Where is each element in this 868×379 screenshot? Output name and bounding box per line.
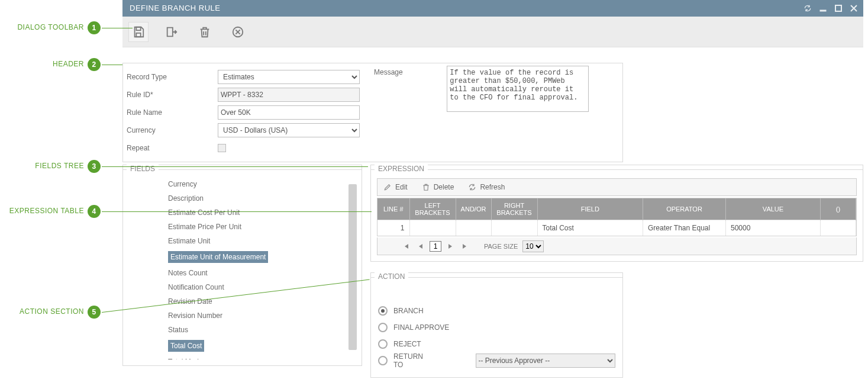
- rule-id-label: Rule ID*: [123, 91, 218, 99]
- col-operator: OPERATOR: [643, 198, 726, 220]
- page-size-select[interactable]: 10: [522, 240, 544, 252]
- currency-select[interactable]: USD - Dollars (USA): [218, 123, 360, 137]
- list-item[interactable]: Total Markup: [129, 355, 350, 359]
- list-item[interactable]: Status: [129, 323, 350, 337]
- expression-section: EXPRESSION Edit Delete Refresh LINE # LE…: [370, 165, 863, 262]
- label-reject: REJECT: [393, 340, 421, 348]
- list-item[interactable]: Total Cost: [129, 337, 350, 355]
- annotation-4: EXPRESSION TABLE4: [0, 205, 101, 218]
- col-lbr: LEFT BRACKETS: [409, 198, 456, 220]
- list-item[interactable]: Revision Date: [129, 294, 350, 309]
- header-panel: Record Type Estimates Rule ID* Rule Name…: [122, 63, 623, 162]
- currency-label: Currency: [123, 126, 218, 134]
- record-type-label: Record Type: [123, 73, 218, 81]
- refresh-button[interactable]: Refresh: [468, 183, 505, 191]
- dialog-titlebar: DEFINE BRANCH RULE: [122, 0, 863, 17]
- edit-button[interactable]: Edit: [383, 183, 408, 191]
- edit-label: Edit: [395, 183, 408, 191]
- table-row[interactable]: 1Total CostGreater Than Equal50000: [377, 220, 856, 236]
- rule-name-input[interactable]: [218, 105, 360, 120]
- message-textarea[interactable]: If the value of the record is greater th…: [447, 66, 589, 112]
- pager-page-input[interactable]: [430, 241, 441, 252]
- radio-reject[interactable]: [378, 339, 388, 349]
- svg-rect-0: [820, 10, 826, 11]
- expression-table: LINE # LEFT BRACKETS AND/OR RIGHT BRACKE…: [377, 198, 857, 236]
- dialog-title: DEFINE BRANCH RULE: [130, 4, 220, 12]
- message-label: Message: [374, 68, 445, 76]
- annotation-1: DIALOG TOOLBAR1: [0, 21, 101, 34]
- annotation-5: ACTION SECTION5: [0, 306, 101, 319]
- radio-final-approve[interactable]: [378, 323, 388, 332]
- list-item[interactable]: Estimate Unit of Measurement: [129, 248, 350, 266]
- cancel-button[interactable]: [228, 22, 248, 42]
- refresh-icon[interactable]: [803, 4, 812, 13]
- col-line: LINE #: [377, 198, 409, 220]
- list-item[interactable]: Revision Number: [129, 309, 350, 323]
- maximize-icon[interactable]: [834, 4, 843, 13]
- label-branch: BRANCH: [393, 307, 424, 315]
- list-item[interactable]: Notification Count: [129, 280, 350, 294]
- rule-id-input: [218, 88, 360, 102]
- fields-list[interactable]: CurrencyDescriptionEstimate Cost Per Uni…: [129, 177, 350, 359]
- col-value: VALUE: [726, 198, 821, 220]
- label-final-approve: FINAL APPROVE: [393, 323, 449, 332]
- list-item[interactable]: Estimate Unit: [129, 234, 350, 248]
- dialog-toolbar: [122, 17, 863, 47]
- list-item[interactable]: Currency: [129, 177, 350, 191]
- table-pager: PAGE SIZE 10: [377, 237, 857, 255]
- rule-name-label: Rule Name: [123, 108, 218, 117]
- svg-rect-1: [835, 5, 841, 11]
- label-return-to: RETURN TO: [393, 352, 434, 369]
- list-item[interactable]: Estimate Cost Per Unit: [129, 205, 350, 220]
- delete-label: Delete: [434, 183, 454, 191]
- radio-branch[interactable]: [378, 306, 388, 316]
- col-field: FIELD: [537, 198, 643, 220]
- pager-last-icon[interactable]: [460, 242, 470, 251]
- pager-prev-icon[interactable]: [415, 242, 425, 251]
- action-section-title: ACTION: [375, 272, 408, 281]
- pager-next-icon[interactable]: [446, 242, 456, 251]
- save-exit-button[interactable]: [162, 22, 182, 42]
- delete-row-button[interactable]: Delete: [422, 183, 454, 191]
- repeat-label: Repeat: [123, 144, 218, 152]
- pager-first-icon[interactable]: [401, 242, 411, 251]
- refresh-label: Refresh: [480, 183, 505, 191]
- repeat-checkbox[interactable]: [218, 144, 226, 152]
- delete-button[interactable]: [195, 22, 215, 42]
- page-size-label: PAGE SIZE: [484, 243, 518, 250]
- annotation-3: FIELDS TREE3: [0, 160, 101, 173]
- svg-rect-3: [136, 33, 140, 36]
- radio-return-to[interactable]: [378, 356, 388, 365]
- save-button[interactable]: [128, 22, 149, 42]
- expression-section-title: EXPRESSION: [375, 165, 428, 173]
- table-header-row: LINE # LEFT BRACKETS AND/OR RIGHT BRACKE…: [377, 198, 856, 220]
- action-section: ACTION BRANCH FINAL APPROVE REJECT RETUR…: [370, 272, 623, 378]
- annotation-2: HEADER2: [0, 58, 101, 71]
- expression-toolbar: Edit Delete Refresh: [377, 178, 857, 196]
- return-to-select[interactable]: -- Previous Approver --: [476, 354, 615, 368]
- list-item[interactable]: Description: [129, 191, 350, 205]
- minimize-icon[interactable]: [818, 4, 828, 13]
- list-item[interactable]: Estimate Price Per Unit: [129, 220, 350, 234]
- close-icon[interactable]: [849, 4, 859, 13]
- list-item[interactable]: Notes Count: [129, 266, 350, 280]
- record-type-select[interactable]: Estimates: [218, 70, 360, 84]
- svg-rect-2: [136, 27, 140, 30]
- col-extra: (): [821, 198, 856, 220]
- col-andor: AND/OR: [456, 198, 491, 220]
- scrollbar-thumb[interactable]: [349, 184, 357, 350]
- fields-section: FIELDS CurrencyDescriptionEstimate Cost …: [122, 165, 362, 366]
- col-rbr: RIGHT BRACKETS: [491, 198, 537, 220]
